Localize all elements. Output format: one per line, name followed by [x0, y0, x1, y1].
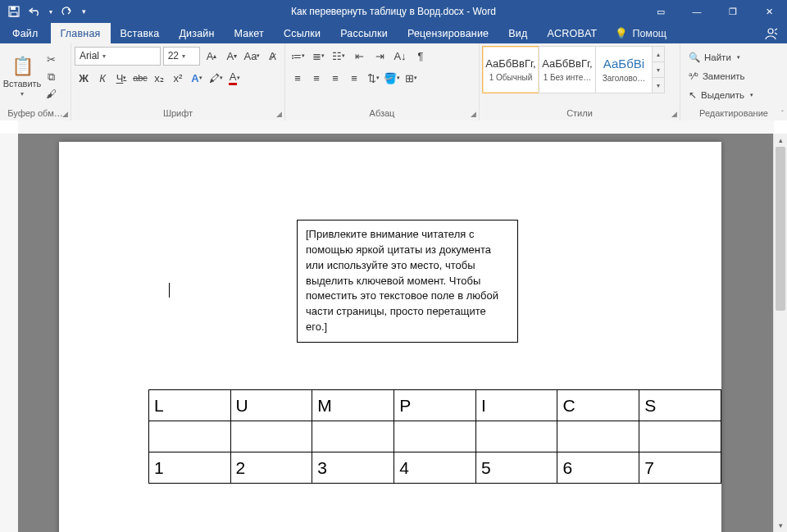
styles-gallery-more[interactable]: ▴ ▾ ▾ [652, 46, 665, 93]
restore-button[interactable]: ❐ [715, 0, 751, 23]
table-cell[interactable]: 4 [394, 452, 476, 484]
tab-mailings[interactable]: Рассылки [330, 23, 398, 43]
horizontal-ruler[interactable] [18, 120, 774, 134]
table-cell[interactable]: S [639, 390, 721, 421]
table-row[interactable] [149, 421, 721, 452]
tab-file[interactable]: Файл [0, 23, 51, 43]
dialog-launcher-icon[interactable]: ◢ [276, 108, 282, 120]
table-cell[interactable]: M [312, 390, 394, 421]
undo-button[interactable] [25, 0, 46, 23]
paste-button[interactable]: 📋 Вставить ▾ [3, 46, 41, 107]
increase-indent-button[interactable]: ⇥ [371, 47, 389, 65]
vertical-ruler[interactable] [0, 134, 19, 532]
table-cell[interactable]: I [475, 390, 557, 421]
superscript-button[interactable]: x² [169, 69, 187, 87]
bullets-button[interactable]: ≔▾ [289, 47, 307, 65]
ribbon-display-options[interactable]: ▭ [643, 0, 679, 23]
style-normal[interactable]: АаБбВвГг, 1 Обычный [482, 46, 539, 93]
table-cell[interactable]: U [230, 390, 312, 421]
document-table[interactable]: L U M P I C S 1 [148, 389, 721, 484]
scrollbar-thumb[interactable] [776, 147, 785, 311]
dialog-launcher-icon[interactable]: ◢ [62, 108, 68, 120]
change-case-button[interactable]: Aa▾ [243, 47, 262, 65]
table-row[interactable]: L U M P I C S [149, 390, 721, 421]
table-cell[interactable] [557, 421, 639, 452]
table-cell[interactable]: 7 [639, 452, 721, 484]
grow-font-button[interactable]: A▴ [202, 47, 221, 65]
qat-customize[interactable]: ▾ [77, 0, 90, 23]
dialog-launcher-icon[interactable]: ◢ [671, 108, 677, 120]
vertical-scrollbar[interactable]: ▴ ▾ [773, 134, 787, 532]
style-no-spacing[interactable]: АаБбВвГг, 1 Без инте… [539, 46, 596, 93]
table-cell[interactable] [149, 421, 231, 452]
share-button[interactable] [754, 23, 787, 43]
close-button[interactable]: ✕ [751, 0, 787, 23]
tab-references[interactable]: Ссылки [274, 23, 330, 43]
copy-button[interactable]: ⧉ [43, 70, 59, 84]
tab-design[interactable]: Дизайн [169, 23, 224, 43]
tab-insert[interactable]: Вставка [111, 23, 170, 43]
font-name-combo[interactable]: Arial▾ [75, 47, 161, 66]
line-spacing-button[interactable]: ⇅▾ [364, 69, 382, 87]
table-row[interactable]: 1 2 3 4 5 6 7 [149, 452, 721, 484]
dialog-launcher-icon[interactable]: ◢ [471, 108, 476, 120]
table-cell[interactable] [639, 421, 721, 452]
tab-view[interactable]: Вид [498, 23, 537, 43]
minimize-button[interactable]: — [679, 0, 715, 23]
shrink-font-button[interactable]: A▾ [223, 47, 241, 65]
table-cell[interactable]: 2 [230, 452, 312, 484]
table-cell[interactable]: C [557, 390, 639, 421]
find-button[interactable]: 🔍Найти▾ [689, 49, 753, 66]
tab-home[interactable]: Главная [51, 23, 111, 43]
font-size-combo[interactable]: 22▾ [163, 47, 201, 66]
canvas[interactable]: [Привлеките внимание читателя с помощью … [18, 134, 774, 532]
text-effects-button[interactable]: A▾ [188, 69, 206, 87]
clear-formatting-button[interactable]: A̷ [263, 47, 281, 65]
show-marks-button[interactable]: ¶ [412, 47, 430, 65]
table-cell[interactable] [475, 421, 557, 452]
format-painter-button[interactable]: 🖌 [43, 87, 59, 102]
align-right-button[interactable]: ≡ [326, 69, 344, 87]
sort-button[interactable]: A↓ [391, 47, 409, 65]
subscript-button[interactable]: x₂ [150, 69, 168, 87]
bold-button[interactable]: Ж [75, 69, 93, 87]
text-box-callout[interactable]: [Привлеките внимание читателя с помощью … [297, 220, 518, 343]
redo-button[interactable] [56, 0, 77, 23]
font-color-button[interactable]: A▾ [225, 69, 243, 87]
tell-me[interactable]: 💡 Помощ [607, 23, 675, 43]
scrollbar-track[interactable] [774, 147, 787, 519]
replace-button[interactable]: ᵃ⁄ᵇЗаменить [689, 68, 753, 84]
collapse-ribbon-button[interactable]: ˇ [781, 110, 784, 119]
multilevel-button[interactable]: ☷▾ [330, 47, 348, 65]
table-cell[interactable]: L [149, 390, 231, 421]
table-cell[interactable] [230, 421, 312, 452]
tab-acrobat[interactable]: ACROBAT [537, 23, 607, 43]
page[interactable]: [Привлеките внимание читателя с помощью … [59, 142, 721, 532]
italic-button[interactable]: К [93, 69, 111, 87]
decrease-indent-button[interactable]: ⇤ [350, 47, 368, 65]
highlight-button[interactable]: 🖍▾ [207, 69, 225, 87]
justify-button[interactable]: ≡ [345, 69, 363, 87]
tab-layout[interactable]: Макет [225, 23, 274, 43]
undo-dropdown[interactable]: ▾ [46, 0, 56, 23]
align-center-button[interactable]: ≡ [307, 69, 325, 87]
table-cell[interactable] [394, 421, 476, 452]
strikethrough-button[interactable]: abc [131, 69, 149, 87]
table-cell[interactable]: 5 [475, 452, 557, 484]
tab-review[interactable]: Рецензирование [398, 23, 498, 43]
select-button[interactable]: ↖Выделить▾ [689, 87, 753, 103]
underline-button[interactable]: Ч▾ [112, 69, 130, 87]
save-button[interactable] [3, 0, 25, 23]
table-cell[interactable] [312, 421, 394, 452]
style-heading1[interactable]: АаБбВі Заголово… [595, 46, 653, 93]
borders-button[interactable]: ⊞▾ [402, 69, 420, 87]
table-cell[interactable]: 3 [312, 452, 394, 484]
shading-button[interactable]: 🪣▾ [383, 69, 401, 87]
align-left-button[interactable]: ≡ [289, 69, 307, 87]
table-cell[interactable]: P [394, 390, 476, 421]
scroll-up-button[interactable]: ▴ [774, 134, 787, 147]
cut-button[interactable]: ✂ [43, 52, 59, 67]
table-cell[interactable]: 6 [557, 452, 639, 484]
numbering-button[interactable]: ≣▾ [309, 47, 327, 65]
scroll-down-button[interactable]: ▾ [774, 519, 787, 532]
